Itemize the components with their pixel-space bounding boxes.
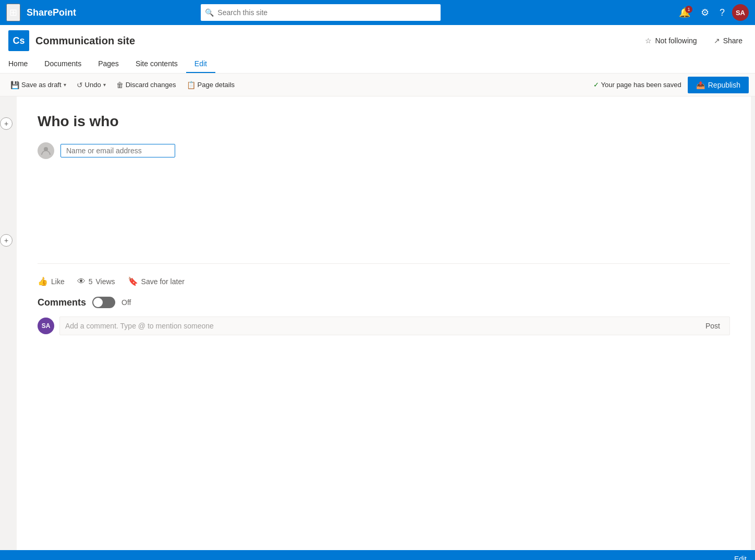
comment-input-box[interactable]: Add a comment. Type @ to mention someone…: [59, 316, 730, 335]
user-avatar[interactable]: SA: [732, 4, 749, 21]
star-icon: ☆: [645, 36, 652, 45]
page-details-label: Page details: [198, 81, 235, 89]
views-count: 👁 5 Views: [77, 277, 115, 286]
share-button[interactable]: ↗ Share: [710, 34, 747, 47]
undo-button[interactable]: ↺ Undo ▾: [72, 78, 110, 92]
help-button[interactable]: ?: [716, 5, 728, 20]
site-logo: Cs: [8, 30, 29, 51]
waffle-icon: ⊞: [9, 7, 17, 18]
bookmark-icon: 🔖: [128, 276, 138, 286]
save-as-draft-button[interactable]: 💾 Save as draft ▾: [6, 78, 70, 92]
nav-item-pages[interactable]: Pages: [90, 55, 127, 73]
saved-status: ✓ Your page has been saved: [593, 81, 681, 89]
nav-item-home[interactable]: Home: [8, 55, 36, 73]
site-title: Communication site: [35, 35, 135, 47]
save-for-later-button[interactable]: 🔖 Save for later: [128, 276, 185, 286]
undo-icon: ↺: [77, 81, 83, 89]
like-button[interactable]: 👍 Like: [38, 276, 65, 286]
saved-status-text: Your page has been saved: [601, 81, 681, 89]
nav-item-site-contents[interactable]: Site contents: [127, 55, 186, 73]
undo-label: Undo: [85, 81, 101, 89]
discard-changes-button[interactable]: 🗑 Discard changes: [112, 78, 180, 92]
nav-item-edit[interactable]: Edit: [186, 55, 215, 73]
edit-toolbar: 💾 Save as draft ▾ ↺ Undo ▾ 🗑 Discard cha…: [0, 74, 755, 96]
republish-icon: 📤: [696, 81, 705, 89]
waffle-menu-button[interactable]: ⊞: [6, 4, 20, 21]
people-picker-row: [38, 142, 730, 159]
comment-user-avatar: SA: [38, 318, 54, 334]
page-title: Who is who: [38, 113, 730, 130]
comment-placeholder: Add a comment. Type @ to mention someone: [65, 322, 214, 330]
checkmark-icon: ✓: [593, 81, 599, 89]
search-bar: 🔍: [201, 4, 441, 21]
site-header: Cs Communication site ☆ Not following ↗ …: [0, 25, 755, 74]
engagement-row: 👍 Like 👁 5 Views 🔖 Save for later: [38, 276, 730, 286]
top-navigation-bar: ⊞ SharePoint 🔍 🔔 1 ⚙ ? SA: [0, 0, 755, 25]
details-icon: 📋: [187, 81, 196, 89]
undo-chevron: ▾: [103, 82, 106, 88]
page-wrapper: + + Who is who 👍 Like 👁 5 Views: [0, 96, 755, 550]
page-content: Who is who 👍 Like 👁 5 Views: [17, 96, 751, 550]
notification-button[interactable]: 🔔 1: [676, 5, 693, 20]
like-icon: 👍: [38, 276, 48, 286]
person-avatar-placeholder: [38, 142, 54, 159]
not-following-label: Not following: [655, 36, 697, 45]
page-details-button[interactable]: 📋 Page details: [182, 78, 239, 92]
toggle-off-label: Off: [121, 298, 131, 307]
sharepoint-brand-label: SharePoint: [27, 7, 76, 18]
bottom-edit-button[interactable]: Edit: [734, 555, 747, 560]
content-divider: [38, 263, 730, 264]
save-for-later-label: Save for later: [141, 277, 185, 286]
like-label: Like: [51, 277, 65, 286]
comment-input-row: SA Add a comment. Type @ to mention some…: [38, 316, 730, 335]
republish-button[interactable]: 📤 Republish: [688, 77, 749, 93]
comments-header: Comments Off: [38, 297, 730, 308]
discard-icon: 🗑: [116, 81, 124, 89]
comments-toggle[interactable]: [92, 297, 115, 308]
save-icon: 💾: [10, 81, 19, 89]
discard-label: Discard changes: [126, 81, 176, 89]
settings-button[interactable]: ⚙: [698, 5, 712, 20]
add-section-button-bottom[interactable]: +: [0, 234, 13, 247]
notification-badge: 1: [685, 6, 692, 13]
post-comment-button[interactable]: Post: [701, 320, 724, 332]
republish-label: Republish: [708, 81, 740, 89]
add-section-button-top[interactable]: +: [0, 117, 13, 130]
search-input[interactable]: [201, 4, 441, 21]
views-icon: 👁: [77, 277, 86, 286]
not-following-button[interactable]: ☆ Not following: [641, 34, 701, 47]
comments-title: Comments: [38, 297, 86, 308]
people-picker-input[interactable]: [60, 144, 175, 157]
add-section-left: + +: [0, 96, 13, 550]
help-icon: ?: [720, 7, 725, 18]
search-icon: 🔍: [205, 8, 214, 17]
site-navigation: Home Documents Pages Site contents Edit: [8, 55, 747, 73]
save-draft-chevron: ▾: [64, 82, 66, 88]
views-number: 5: [89, 277, 93, 286]
top-bar-right-actions: 🔔 1 ⚙ ? SA: [676, 4, 749, 21]
views-label: Views: [95, 277, 115, 286]
site-header-right: ☆ Not following ↗ Share: [641, 34, 747, 47]
toolbar-right: ✓ Your page has been saved 📤 Republish: [593, 77, 749, 93]
share-icon: ↗: [714, 36, 720, 45]
site-header-left: Cs Communication site: [8, 30, 135, 51]
toggle-slider: [92, 297, 115, 308]
site-header-top: Cs Communication site ☆ Not following ↗ …: [8, 30, 747, 51]
save-draft-label: Save as draft: [21, 81, 62, 89]
bottom-bar: Edit: [0, 550, 755, 560]
share-label: Share: [723, 36, 742, 45]
settings-icon: ⚙: [701, 7, 709, 18]
nav-item-documents[interactable]: Documents: [36, 55, 90, 73]
